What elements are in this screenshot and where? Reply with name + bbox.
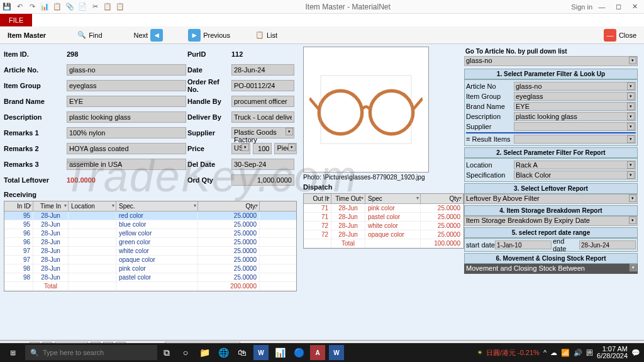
redo-icon[interactable]: ↷ xyxy=(28,3,36,11)
qa-icon[interactable]: 📋 xyxy=(53,3,62,11)
col-spec[interactable]: Spec. xyxy=(116,201,198,211)
article-no-input[interactable] xyxy=(67,64,186,76)
notifications-icon[interactable]: 💬 xyxy=(631,349,640,357)
clock[interactable]: 1:07 AM6/28/2024 xyxy=(597,346,628,359)
file-tab[interactable]: FILE xyxy=(0,14,32,26)
col-out-id[interactable]: Out It xyxy=(304,194,331,203)
table-row[interactable]: 9628-Jungreen color25.0000 xyxy=(4,238,296,247)
item-group-input[interactable] xyxy=(67,80,186,91)
start-button[interactable]: ⊞ xyxy=(0,343,25,362)
movement-report-select[interactable]: Movement and Closing Stock Between▾ xyxy=(464,264,638,274)
edge-icon[interactable]: 🌐 xyxy=(214,343,233,362)
table-row[interactable]: 7128-Junpink color25.0000 xyxy=(304,204,464,213)
close-button[interactable]: —Close xyxy=(600,28,640,43)
date-input[interactable] xyxy=(231,64,294,76)
dispatch-grid[interactable]: Out It Time Out Spec Qty. 7128-Junpink c… xyxy=(303,193,464,249)
ime-icon[interactable]: 囲 xyxy=(586,348,593,358)
col-qty[interactable]: Qty. xyxy=(421,194,464,203)
save-icon[interactable]: 💾 xyxy=(3,3,11,11)
go-to-select[interactable]: glass-no▾ xyxy=(464,56,638,66)
unit-select[interactable]: Piece▾ xyxy=(274,143,297,154)
task-view-icon[interactable]: ⧉ xyxy=(157,343,176,362)
word-icon[interactable]: W xyxy=(253,345,269,360)
price-label: Price xyxy=(187,145,231,152)
qa-icon[interactable]: 📋 xyxy=(116,3,125,11)
cortana-icon[interactable]: ○ xyxy=(176,343,195,362)
store-icon[interactable]: 🛍 xyxy=(233,343,252,362)
table-row[interactable]: 9528-Junblue color25.0000 xyxy=(4,220,296,229)
taskbar-search[interactable]: 🔍Type here to search xyxy=(25,345,157,360)
table-row[interactable]: 9828-Junpastel color25.0000 xyxy=(4,273,296,282)
col-qty[interactable]: Qty. xyxy=(198,201,260,211)
table-row[interactable]: 9728-Junopaque color25.0000 xyxy=(4,256,296,264)
qa-icon[interactable]: 📎 xyxy=(65,3,74,11)
table-row[interactable]: 9528-Junred color25.0000 xyxy=(4,212,296,220)
word2-icon[interactable]: W xyxy=(329,345,344,360)
remarks1-input[interactable] xyxy=(67,127,186,139)
table-row[interactable]: 7228-Junwhite color25.0000 xyxy=(304,222,464,230)
system-tray[interactable]: ☀ 日圓/港元 -0.21% ^ ☁ 📶 🔊 囲 1:07 AM6/28/202… xyxy=(477,346,644,359)
find-button[interactable]: 🔍Find xyxy=(74,30,106,40)
description-input[interactable] xyxy=(67,111,186,123)
order-ref-input[interactable] xyxy=(231,80,294,91)
table-row[interactable]: 9628-Junyellow color25.0000 xyxy=(4,229,296,238)
remarks3-input[interactable] xyxy=(67,159,186,170)
filter-brand[interactable]: EYE▾ xyxy=(514,102,636,111)
deliver-by-input[interactable] xyxy=(231,111,294,123)
list-button[interactable]: 📋List xyxy=(252,30,281,40)
minimize-icon[interactable]: — xyxy=(595,1,609,13)
remarks2-input[interactable] xyxy=(67,143,186,154)
qa-icon[interactable]: 📋 xyxy=(103,3,112,11)
qa-icon[interactable]: 📄 xyxy=(78,3,87,11)
col-time-out[interactable]: Time Out xyxy=(331,194,365,203)
handle-by-input[interactable] xyxy=(231,96,294,107)
qa-icon[interactable]: 📊 xyxy=(40,3,49,11)
del-date-input[interactable] xyxy=(231,159,294,170)
start-date-input[interactable] xyxy=(495,240,552,249)
table-row[interactable]: 7228-Junopaque color25.0000 xyxy=(304,230,464,239)
end-date-input[interactable] xyxy=(579,240,636,249)
filter-supplier[interactable]: ▾ xyxy=(514,122,636,131)
leftover-report-select[interactable]: Leftover By Above Filter▾ xyxy=(464,194,638,204)
quick-access-toolbar: 💾 ↶ ↷ 📊 📋 📎 📄 ✂ 📋 📋 xyxy=(3,3,125,11)
price-input[interactable] xyxy=(253,143,272,154)
col-location[interactable]: Location xyxy=(69,201,116,211)
remarks2-label: Remarks 2 xyxy=(4,145,67,152)
chrome-icon[interactable]: 🔵 xyxy=(289,343,308,362)
deliver-by-label: Deliver By xyxy=(187,113,231,121)
supplier-select[interactable]: Plastic Goods Factory▾ xyxy=(231,127,294,139)
col-time-in[interactable]: Time In xyxy=(33,201,69,211)
onedrive-icon[interactable]: ☁ xyxy=(550,349,557,357)
previous-button[interactable]: ►Previous xyxy=(184,28,234,43)
filter-article-no[interactable]: glass-no▾ xyxy=(514,82,636,91)
volume-icon[interactable]: 🔊 xyxy=(574,349,582,357)
table-row[interactable]: 7128-Junpastel color25.0000 xyxy=(304,213,464,222)
filter-desc[interactable]: plastic looking glass▾ xyxy=(514,112,636,121)
result-items[interactable]: ▾ xyxy=(514,135,636,144)
table-row[interactable]: 9728-Junwhite color25.0000 xyxy=(4,247,296,256)
item-id-label: Item ID. xyxy=(4,50,67,58)
tray-chevron-icon[interactable]: ^ xyxy=(543,349,547,356)
maximize-icon[interactable]: ◻ xyxy=(611,1,625,13)
access-icon[interactable]: A xyxy=(310,345,325,360)
table-row[interactable]: 9828-Junpink color25.0000 xyxy=(4,264,296,273)
col-in-id[interactable]: In ID xyxy=(4,201,33,211)
receiving-grid[interactable]: In ID Time In Location Spec. Qty. 9528-J… xyxy=(4,201,297,291)
qa-icon[interactable]: ✂ xyxy=(91,3,99,11)
currency-select[interactable]: USD▾ xyxy=(231,143,250,154)
explorer-icon[interactable]: 📁 xyxy=(195,343,214,362)
next-button[interactable]: Next◄ xyxy=(130,28,167,43)
wifi-icon[interactable]: 📶 xyxy=(561,349,570,357)
signin-link[interactable]: Sign in xyxy=(571,3,592,11)
filter-item-group[interactable]: eyeglass▾ xyxy=(514,92,636,101)
filter-spec[interactable]: Black Color▾ xyxy=(514,171,636,179)
close-window-icon[interactable]: ✕ xyxy=(628,1,641,13)
ord-qty-input[interactable] xyxy=(231,174,294,186)
storage-report-select[interactable]: Item Storage Breakdown By Expiry Date▾ xyxy=(464,216,638,226)
chevron-down-icon: ▾ xyxy=(627,82,635,90)
col-spec[interactable]: Spec xyxy=(365,194,421,203)
undo-icon[interactable]: ↶ xyxy=(15,3,24,11)
filter-location[interactable]: Rack A▾ xyxy=(514,161,636,169)
brand-name-input[interactable] xyxy=(67,96,186,107)
app-icon[interactable]: 📊 xyxy=(270,343,289,362)
